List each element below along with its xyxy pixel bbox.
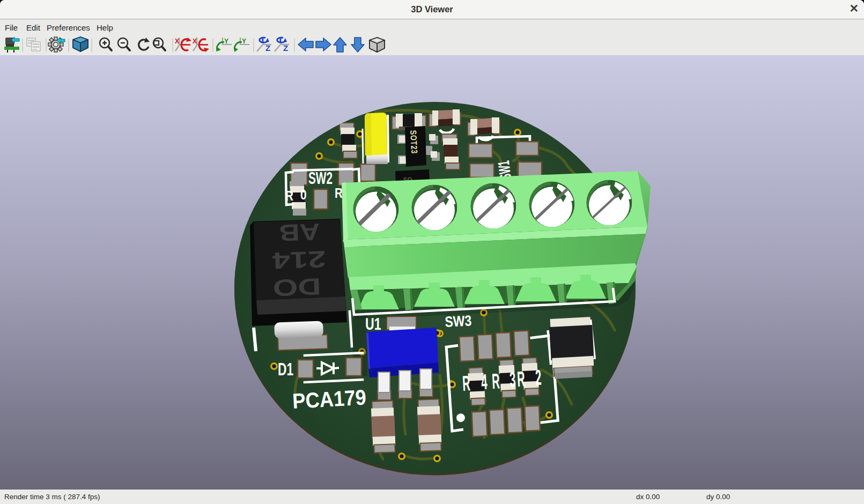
svg-text:3: 3 xyxy=(509,367,516,392)
svg-text:SOT23: SOT23 xyxy=(409,130,419,154)
svg-text:X: X xyxy=(175,38,179,45)
svg-text:R: R xyxy=(491,369,500,394)
svg-text:D1: D1 xyxy=(278,359,293,379)
svg-text:DO: DO xyxy=(272,273,322,301)
svg-text:R: R xyxy=(335,186,343,201)
svg-text:Z: Z xyxy=(283,43,288,53)
svg-text:AB: AB xyxy=(279,219,321,247)
svg-text:R: R xyxy=(516,367,526,391)
svg-text:214: 214 xyxy=(271,246,326,274)
svg-text:Y: Y xyxy=(242,38,246,45)
svg-text:Z: Z xyxy=(265,43,270,53)
svg-text:X: X xyxy=(193,38,197,45)
svg-text:R: R xyxy=(285,188,293,204)
svg-text:0: 0 xyxy=(300,187,307,203)
svg-text:R: R xyxy=(462,371,471,396)
svg-text:PCA179: PCA179 xyxy=(292,385,367,413)
svg-text:2: 2 xyxy=(535,365,542,390)
svg-text:Y: Y xyxy=(224,38,228,45)
svg-text:SW2: SW2 xyxy=(308,169,333,188)
